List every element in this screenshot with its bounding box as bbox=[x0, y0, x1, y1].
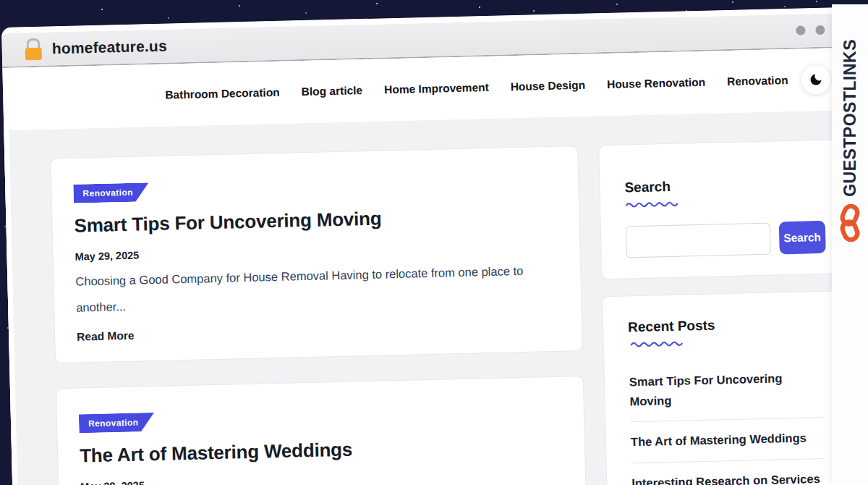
nav-item-house-renovation[interactable]: House Renovation bbox=[607, 76, 705, 91]
post-date: May 28, 2025 bbox=[80, 469, 556, 485]
read-more-link[interactable]: Read More bbox=[77, 329, 135, 343]
moon-icon bbox=[809, 72, 823, 87]
address-bar-url[interactable]: homefeature.us bbox=[51, 38, 167, 58]
squiggle-underline bbox=[629, 340, 685, 348]
recent-posts-widget: Recent Posts Smart Tips For Uncovering M… bbox=[602, 290, 846, 485]
post-card: Renovation Smart Tips For Uncovering Mov… bbox=[50, 146, 583, 363]
post-card: Renovation The Art of Mastering Weddings… bbox=[56, 375, 587, 485]
post-title[interactable]: Smart Tips For Uncovering Moving bbox=[74, 203, 550, 237]
post-excerpt: Choosing a Good Company for House Remova… bbox=[75, 257, 547, 321]
guestpostlinks-badge[interactable]: GUESTPOSTLINKS bbox=[832, 4, 868, 485]
dark-mode-toggle[interactable] bbox=[801, 65, 831, 95]
post-category-badge[interactable]: Renovation bbox=[73, 182, 149, 203]
nav-item-bathroom-decoration[interactable]: Bathroom Decoration bbox=[165, 86, 280, 102]
nav-item-renovation[interactable]: Renovation bbox=[727, 74, 788, 88]
browser-window: homefeature.us Bathroom Decoration Blog … bbox=[1, 6, 868, 485]
chain-link-icon bbox=[838, 204, 862, 242]
nav-item-house-design[interactable]: House Design bbox=[511, 79, 586, 93]
post-list: Renovation Smart Tips For Uncovering Mov… bbox=[50, 146, 589, 485]
squiggle-underline bbox=[625, 200, 678, 208]
window-control-dot[interactable] bbox=[796, 25, 805, 35]
sidebar: Search Search Recent Posts Smart Tips Fo… bbox=[598, 139, 848, 485]
search-widget-title: Search bbox=[624, 175, 818, 195]
recent-posts-list: Smart Tips For Uncovering Moving The Art… bbox=[629, 358, 825, 485]
post-title[interactable]: The Art of Mastering Weddings bbox=[80, 433, 556, 467]
search-button[interactable]: Search bbox=[779, 221, 826, 255]
padlock-icon bbox=[25, 38, 42, 61]
post-category-badge[interactable]: Renovation bbox=[79, 413, 155, 433]
recent-post-link[interactable]: The Art of Mastering Weddings bbox=[630, 417, 823, 463]
nav-item-blog-article[interactable]: Blog article bbox=[302, 84, 363, 98]
recent-post-link[interactable]: Interesting Research on Services – Thing… bbox=[631, 458, 826, 485]
search-widget: Search Search bbox=[598, 139, 840, 279]
guestpostlinks-label: GUESTPOSTLINKS bbox=[841, 39, 860, 197]
recent-post-link[interactable]: Smart Tips For Uncovering Moving bbox=[629, 358, 822, 422]
page-content: Renovation Smart Tips For Uncovering Mov… bbox=[4, 109, 868, 485]
nav-item-home-improvement[interactable]: Home Improvement bbox=[384, 81, 489, 96]
window-control-dot[interactable] bbox=[815, 25, 825, 35]
starfield-background bbox=[0, 0, 1, 1]
search-input[interactable] bbox=[626, 222, 771, 258]
recent-posts-title: Recent Posts bbox=[628, 315, 820, 335]
